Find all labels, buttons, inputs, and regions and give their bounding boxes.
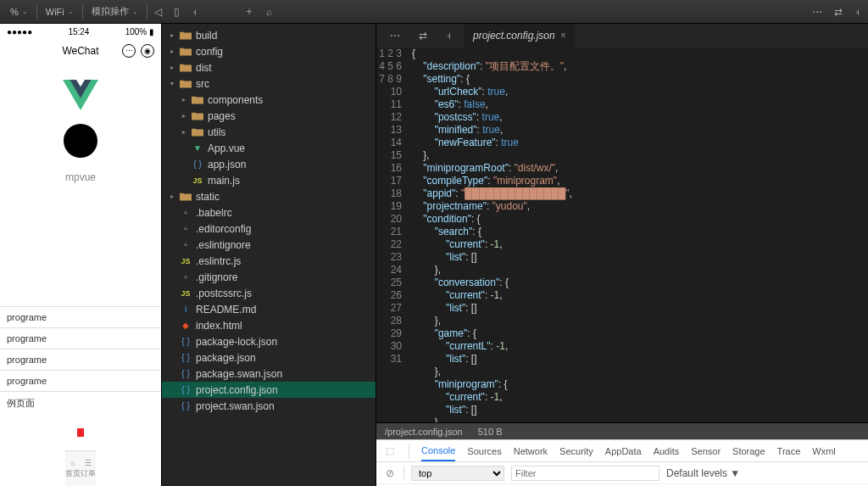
file-node[interactable]: ▸components <box>162 92 376 108</box>
list-item[interactable]: 例页面 <box>0 391 161 415</box>
editor-split-icon[interactable]: ⫞ <box>441 30 456 42</box>
file-node[interactable]: { }package.json <box>162 349 376 366</box>
more-icon[interactable]: ⋯ <box>807 6 827 18</box>
tab-orders[interactable]: ☰订单 <box>81 459 96 479</box>
file-node[interactable]: iREADME.md <box>162 301 376 317</box>
add-icon[interactable]: ＋ <box>239 4 259 19</box>
devtools-tab[interactable]: Wxml <box>812 446 836 456</box>
capsule-close-icon[interactable]: ◉ <box>141 44 154 58</box>
list-item[interactable]: programe <box>0 349 161 370</box>
file-node[interactable]: ▸utils <box>162 124 376 140</box>
devtools-tab[interactable]: Trace <box>777 446 801 456</box>
code-editor[interactable]: 1 2 3 4 5 6 7 8 9 10 11 12 13 14 15 16 1… <box>376 47 868 422</box>
sim-action-menu[interactable]: 模拟操作 ⌄ <box>85 5 145 18</box>
topbar: % ⌄ WiFi ⌄ 模拟操作 ⌄ ◁ ▯ ⫞ ＋ ⌕ ⋯ ⇄ ⫞ <box>0 0 868 24</box>
file-node[interactable]: JSmain.js <box>162 172 376 188</box>
file-node[interactable]: { }package-lock.json <box>162 333 376 349</box>
github-icon <box>64 124 97 158</box>
file-node[interactable]: ▼App.vue <box>162 140 376 156</box>
wifi-menu[interactable]: WiFi ⌄ <box>39 7 81 17</box>
list-item[interactable]: programe <box>0 306 161 327</box>
editor-tab[interactable]: project.config.json × <box>465 24 575 47</box>
devtools-tab[interactable]: Security <box>559 446 593 456</box>
devtools-tab[interactable]: Sensor <box>691 446 721 456</box>
tab-home[interactable]: ⌂首页 <box>65 459 81 479</box>
simulator-list: programeprogrameprogrameprograme例页面 <box>0 306 161 415</box>
inspect-icon[interactable]: ⬚ <box>383 445 397 456</box>
devtools-tab[interactable]: Network <box>514 446 548 456</box>
filter-input[interactable] <box>511 466 659 481</box>
list-item[interactable]: programe <box>0 370 161 391</box>
devtools-tab[interactable]: Console <box>421 445 455 461</box>
list-item[interactable]: programe <box>0 327 161 349</box>
panel-icon[interactable]: ⫞ <box>849 6 865 18</box>
split-icon[interactable]: ⫞ <box>186 6 202 18</box>
devtools-tab[interactable]: AppData <box>605 446 642 456</box>
file-node[interactable]: ▫.babelrc <box>162 204 376 221</box>
percent-menu[interactable]: % ⌄ <box>3 7 35 17</box>
devtools-tab[interactable]: Audits <box>654 446 680 456</box>
mpvue-label: mpvue <box>65 171 96 183</box>
file-node[interactable]: ▸dist <box>162 59 376 75</box>
phone-statusbar: ●●●●● 15:24 100% ▮ <box>0 24 161 39</box>
line-gutter: 1 2 3 4 5 6 7 8 9 10 11 12 13 14 15 16 1… <box>376 47 412 422</box>
editor-more-icon[interactable]: ⋯ <box>385 30 405 42</box>
file-node[interactable]: ▫.eslintignore <box>162 237 376 253</box>
file-node[interactable]: ▸pages <box>162 108 376 124</box>
capsule-more-icon[interactable]: ⋯ <box>122 44 136 58</box>
file-explorer[interactable]: ▸build▸config▸dist▾src▸components▸pages▸… <box>162 24 376 486</box>
file-node[interactable]: { }package.swan.json <box>162 366 376 382</box>
levels-select[interactable]: Default levels ▼ <box>666 467 740 479</box>
editor-panel: ⋯ ⇄ ⫞ project.config.json × 1 2 3 4 5 6 … <box>376 24 868 486</box>
search-icon[interactable]: ⌕ <box>261 6 277 18</box>
file-node[interactable]: ▸build <box>162 27 376 43</box>
devtools-tab[interactable]: Storage <box>732 446 765 456</box>
file-node[interactable]: JS.eslintrc.js <box>162 253 376 269</box>
vue-logo-icon <box>63 80 98 110</box>
close-tab-icon[interactable]: × <box>560 30 566 42</box>
simulator-panel: ●●●●● 15:24 100% ▮ WeChat ⋯ ◉ mpvue prog… <box>0 24 162 486</box>
clear-console-icon[interactable]: ⊘ <box>383 467 397 479</box>
file-node[interactable]: ▫.gitignore <box>162 269 376 285</box>
file-node[interactable]: JS.postcssrc.js <box>162 285 376 301</box>
devtools-tabs: ⬚ConsoleSourcesNetworkSecurityAppDataAud… <box>376 440 868 462</box>
file-node[interactable]: { }app.json <box>162 156 376 172</box>
phone-title: WeChat ⋯ ◉ <box>0 39 161 63</box>
editor-statusbar: /project.config.json 510 B <box>376 422 868 439</box>
device-icon[interactable]: ▯ <box>169 6 185 18</box>
editor-settings-icon[interactable]: ⇄ <box>414 30 432 42</box>
file-node[interactable]: ▾src <box>162 75 376 92</box>
file-node[interactable]: ▸config <box>162 43 376 59</box>
settings-icon[interactable]: ⇄ <box>829 6 848 18</box>
file-node[interactable]: ◆index.html <box>162 317 376 333</box>
file-node[interactable]: ▫.editorconfig <box>162 221 376 237</box>
file-node[interactable]: ▸static <box>162 188 376 204</box>
devtools-panel: ⬚ConsoleSourcesNetworkSecurityAppDataAud… <box>376 439 868 486</box>
devtools-tab[interactable]: Sources <box>467 446 501 456</box>
file-node[interactable]: { }project.swan.json <box>162 398 376 414</box>
file-node[interactable]: { }project.config.json <box>162 382 376 398</box>
context-select[interactable]: top <box>411 466 504 481</box>
mute-icon[interactable]: ◁ <box>149 6 167 18</box>
